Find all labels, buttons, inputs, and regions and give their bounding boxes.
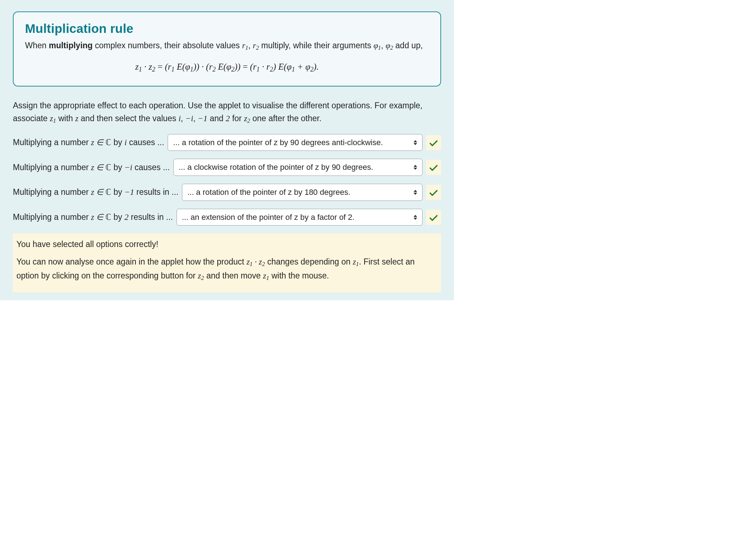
instr-frag: and then select the values bbox=[78, 114, 178, 123]
question-row: Multiplying a number z ∈ ℂ by 2 results … bbox=[13, 209, 441, 226]
rule-formula: z1 · z2 = (r1 E(φ1)) · (r2 E(φ2)) = (r1 … bbox=[25, 62, 429, 73]
rule-text-frag: add up, bbox=[393, 41, 423, 50]
questions-list: Multiplying a number z ∈ ℂ by i causes .… bbox=[13, 134, 441, 226]
rule-text-frag: When bbox=[25, 41, 49, 50]
rule-text: When multiplying complex numbers, their … bbox=[25, 39, 429, 53]
math-2: 2 bbox=[226, 114, 230, 123]
rule-text-frag: multiply, while their arguments bbox=[259, 41, 373, 50]
instr-frag: and bbox=[207, 114, 226, 123]
math-z1: z1 bbox=[247, 257, 253, 266]
rule-text-bold: multiplying bbox=[49, 41, 93, 50]
instr-frag: , bbox=[181, 114, 186, 123]
feedback-box: You have selected all options correctly!… bbox=[13, 233, 441, 292]
instr-frag: with bbox=[56, 114, 75, 123]
rule-title: Multiplication rule bbox=[25, 21, 429, 36]
math-phi2: φ2 bbox=[386, 41, 393, 50]
question-prompt: Multiplying a number z ∈ ℂ by −1 results… bbox=[13, 187, 178, 197]
answer-select[interactable]: ... an extension of the pointer of z by … bbox=[177, 209, 423, 226]
question-prompt: Multiplying a number z ∈ ℂ by 2 results … bbox=[13, 212, 173, 222]
question-row: Multiplying a number z ∈ ℂ by i causes .… bbox=[13, 134, 441, 151]
correct-badge bbox=[426, 210, 441, 225]
answer-select[interactable]: ... a rotation of the pointer of z by 18… bbox=[182, 184, 423, 201]
check-icon bbox=[428, 187, 439, 198]
question-prompt: Multiplying a number z ∈ ℂ by −i causes … bbox=[13, 163, 170, 172]
math-phi1: φ1 bbox=[374, 41, 381, 50]
math-z1: z1 bbox=[50, 114, 56, 123]
math-neg-i: −i bbox=[186, 114, 193, 123]
instr-frag: , bbox=[193, 114, 198, 123]
fb-frag: You can now analyse once again in the ap… bbox=[16, 257, 247, 266]
check-icon bbox=[428, 212, 439, 223]
answer-select-wrap: ... an extension of the pointer of z by … bbox=[177, 209, 423, 226]
math-z1: z1 bbox=[263, 271, 269, 280]
instr-frag: for bbox=[230, 114, 244, 123]
math-z1: z1 bbox=[353, 257, 359, 266]
correct-badge bbox=[426, 135, 441, 150]
math-z2: z2 bbox=[198, 271, 204, 280]
feedback-line-2: You can now analyse once again in the ap… bbox=[16, 255, 438, 283]
rule-text-frag: , bbox=[381, 41, 383, 50]
math-z2: z2 bbox=[244, 114, 250, 123]
math-r1: r1 bbox=[242, 41, 248, 50]
check-icon bbox=[428, 137, 439, 148]
answer-select-wrap: ... a rotation of the pointer of z by 18… bbox=[182, 184, 423, 201]
question-prompt: Multiplying a number z ∈ ℂ by i causes .… bbox=[13, 138, 164, 147]
math-neg-1: −1 bbox=[198, 114, 207, 123]
question-row: Multiplying a number z ∈ ℂ by −1 results… bbox=[13, 184, 441, 201]
answer-select-wrap: ... a rotation of the pointer of z by 90… bbox=[168, 134, 423, 151]
instr-frag: one after the other. bbox=[250, 114, 321, 123]
feedback-line-1: You have selected all options correctly! bbox=[16, 238, 438, 251]
rule-text-frag: , bbox=[248, 41, 250, 50]
rule-box: Multiplication rule When multiplying com… bbox=[13, 11, 441, 87]
answer-select[interactable]: ... a clockwise rotation of the pointer … bbox=[173, 159, 423, 176]
correct-badge bbox=[426, 185, 441, 200]
math-z2: z2 bbox=[259, 257, 265, 266]
rule-text-frag: complex numbers, their absolute values bbox=[93, 41, 242, 50]
math-dot: · bbox=[253, 257, 259, 266]
instructions-text: Assign the appropriate effect to each op… bbox=[13, 99, 441, 125]
question-row: Multiplying a number z ∈ ℂ by −i causes … bbox=[13, 159, 441, 176]
correct-badge bbox=[426, 160, 441, 175]
fb-frag: and then move bbox=[204, 271, 263, 280]
answer-select-wrap: ... a clockwise rotation of the pointer … bbox=[173, 159, 423, 176]
lesson-panel: Multiplication rule When multiplying com… bbox=[0, 0, 454, 300]
math-r2: r2 bbox=[253, 41, 259, 50]
fb-frag: with the mouse. bbox=[269, 271, 329, 280]
check-icon bbox=[428, 162, 439, 173]
answer-select[interactable]: ... a rotation of the pointer of z by 90… bbox=[168, 134, 423, 151]
fb-frag: changes depending on bbox=[265, 257, 353, 266]
